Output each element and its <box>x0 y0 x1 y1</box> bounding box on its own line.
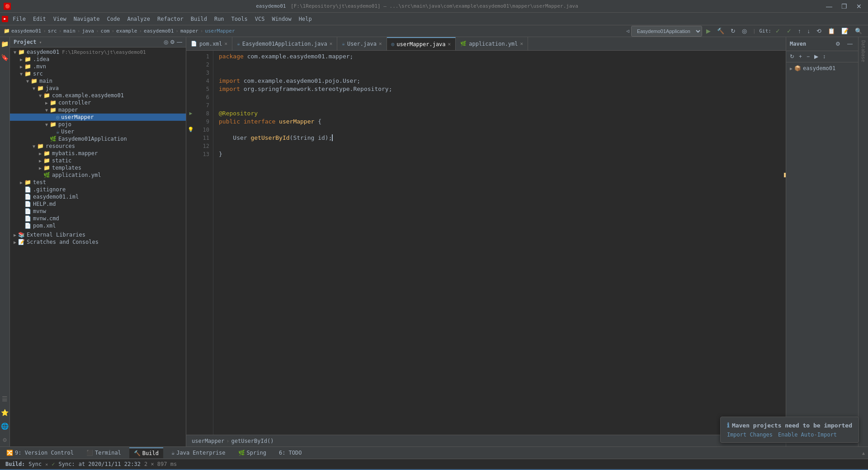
tab-user[interactable]: ☕ User.java ✕ <box>337 37 387 50</box>
tab-java-enterprise[interactable]: ☕ Java Enterprise <box>167 448 230 458</box>
title-bar-right[interactable]: — ❐ ✕ <box>823 2 864 11</box>
tree-resources[interactable]: ▼ 📁 resources <box>10 142 186 150</box>
tab-appyml-close[interactable]: ✕ <box>520 41 524 47</box>
locate-file-btn[interactable]: ◎ <box>164 39 168 45</box>
tree-static[interactable]: ▶ 📁 static <box>10 157 186 164</box>
test-arrow[interactable]: ▶ <box>18 180 24 185</box>
tab-app[interactable]: ☕ Easydemo01Application.java ✕ <box>232 37 337 50</box>
project-dropdown-icon[interactable]: ▾ <box>39 40 42 45</box>
mvn-arrow[interactable]: ▶ <box>18 64 24 69</box>
git-pull-button[interactable]: ↓ <box>805 26 813 36</box>
enable-auto-import-link[interactable]: Enable Auto-Import <box>778 432 837 438</box>
menu-code[interactable]: Code <box>104 15 123 23</box>
static-arrow[interactable]: ▶ <box>37 158 43 163</box>
maven-root-arrow[interactable]: ▶ <box>790 66 793 71</box>
maven-run-btn[interactable]: ▶ <box>812 52 820 61</box>
root-arrow[interactable]: ▼ <box>12 50 18 55</box>
mapper-arrow[interactable]: ▼ <box>43 108 50 113</box>
git-annotate-button[interactable]: 📝 <box>839 26 851 36</box>
menu-vcs[interactable]: VCS <box>252 15 268 23</box>
tree-idea[interactable]: ▶ 📁 .idea <box>10 56 186 63</box>
main-arrow[interactable]: ▼ <box>24 79 31 84</box>
tab-terminal[interactable]: ⬛ Terminal <box>82 448 126 458</box>
build-button[interactable]: 🔨 <box>715 26 726 36</box>
coverage-button[interactable]: ◎ <box>740 26 749 36</box>
tree-iml[interactable]: ▶ 📄 easydemo01.iml <box>10 193 186 200</box>
package-arrow[interactable]: ▼ <box>37 93 43 98</box>
tree-app[interactable]: ▶ 🌿 Easydemo01Application <box>10 135 186 142</box>
run-button[interactable]: ▶ <box>704 26 713 36</box>
tree-pomxml[interactable]: ▶ 📄 pom.xml <box>10 222 186 229</box>
tab-build-bottom[interactable]: 🔨 Build <box>129 447 163 458</box>
src-arrow[interactable]: ▼ <box>18 71 24 76</box>
tab-spring[interactable]: 🌿 Spring <box>234 448 271 458</box>
code-content[interactable]: package com.example.easydemo01.mapper; i… <box>213 51 786 435</box>
tree-appyml[interactable]: ▶ 🌿 application.yml <box>10 171 186 179</box>
structure-icon[interactable]: ☰ <box>0 394 9 404</box>
git-check-button[interactable]: ✓ <box>773 26 783 36</box>
tree-gitignore[interactable]: ▶ 📄 .gitignore <box>10 186 186 193</box>
maven-root[interactable]: ▶ 📦 easydemo01 <box>788 64 856 72</box>
menu-help[interactable]: Help <box>296 15 315 23</box>
tab-usermapper[interactable]: ◎ userMapper.java ✕ <box>387 37 456 50</box>
menu-analyze[interactable]: Analyze <box>124 15 153 23</box>
git-push-button[interactable]: ↑ <box>796 26 803 36</box>
bc-main[interactable]: main <box>63 28 75 34</box>
menu-file[interactable]: File <box>10 15 28 23</box>
tab-app-close[interactable]: ✕ <box>330 41 333 47</box>
tree-mvnw[interactable]: ▶ 📄 mvnw <box>10 208 186 215</box>
bc-java[interactable]: java <box>82 28 94 34</box>
controller-arrow[interactable]: ▶ <box>43 100 50 105</box>
tree-main[interactable]: ▼ 📁 main <box>10 77 186 85</box>
menu-tools[interactable]: Tools <box>229 15 250 23</box>
menu-view[interactable]: View <box>51 15 69 23</box>
bc-src[interactable]: src <box>48 28 57 34</box>
maven-settings-btn[interactable]: ⚙ <box>834 40 842 48</box>
templates-arrow[interactable]: ▶ <box>37 166 43 171</box>
run-config-select[interactable]: Easydemo01Application <box>631 26 702 37</box>
tree-templates[interactable]: ▶ 📁 templates <box>10 164 186 171</box>
bc-com[interactable]: com <box>101 28 110 34</box>
pojo-arrow[interactable]: ▼ <box>43 122 50 127</box>
toolbar-search-btn[interactable]: ◁ <box>626 28 629 34</box>
tree-ext-libs[interactable]: ▶ 📚 External Libraries <box>10 231 186 238</box>
maven-minimize-btn[interactable]: — <box>845 40 854 48</box>
tree-mapper[interactable]: ▼ 📁 mapper <box>10 106 186 114</box>
tree-mvn[interactable]: ▶ 📁 .mvn <box>10 63 186 70</box>
menu-navigate[interactable]: Navigate <box>71 15 103 23</box>
bc-easydemo01[interactable]: easydemo01 <box>144 28 174 34</box>
tree-user[interactable]: ▶ ☕ User <box>10 128 186 135</box>
maven-toggle-btn[interactable]: ↕ <box>821 52 827 61</box>
expand-icon[interactable]: ▲ <box>861 449 866 457</box>
idea-arrow[interactable]: ▶ <box>18 57 24 62</box>
bc-usermapper[interactable]: userMapper <box>205 28 235 34</box>
menu-build[interactable]: Build <box>188 15 210 23</box>
tab-appyml[interactable]: 🌿 application.yml ✕ <box>456 37 528 50</box>
sync-close[interactable]: ✕ <box>45 462 48 467</box>
menu-refactor[interactable]: Refactor <box>155 15 186 23</box>
tree-src[interactable]: ▼ 📁 src <box>10 70 186 77</box>
menu-edit[interactable]: Edit <box>30 15 49 23</box>
project-icon[interactable]: 📁 <box>0 39 10 49</box>
maximize-button[interactable]: ❐ <box>839 2 850 11</box>
maven-header-icons[interactable]: ⚙ — <box>834 40 854 48</box>
services-icon[interactable]: ⚙ <box>1 435 8 445</box>
bc-example[interactable]: example <box>116 28 137 34</box>
maven-add-btn[interactable]: + <box>797 52 804 61</box>
scratches-arrow[interactable]: ▶ <box>12 240 18 245</box>
resources-arrow[interactable]: ▼ <box>31 144 37 149</box>
favorites-icon[interactable]: ⭐ <box>0 408 10 418</box>
extlibs-arrow[interactable]: ▶ <box>12 233 18 237</box>
tab-user-close[interactable]: ✕ <box>379 41 382 47</box>
tree-usermapper[interactable]: ▶ ◎ userMapper <box>10 114 186 121</box>
bc-project[interactable]: 📁 easydemo01 <box>4 28 41 34</box>
tab-pom-close[interactable]: ✕ <box>225 41 228 47</box>
git-commit-button[interactable]: ✓ <box>784 26 794 36</box>
project-settings-btn[interactable]: ⚙ <box>170 39 175 45</box>
project-header-right[interactable]: ◎ ⚙ — <box>164 39 182 45</box>
sync-button[interactable]: ↻ <box>728 26 738 36</box>
mybatis-arrow[interactable]: ▶ <box>37 151 43 156</box>
code-editor[interactable]: ▶ 💡 1 2 3 4 5 6 7 8 9 10 11 12 13 <box>186 51 786 435</box>
menu-run[interactable]: Run <box>212 15 227 23</box>
git-shelf-button[interactable]: 📋 <box>826 26 837 36</box>
